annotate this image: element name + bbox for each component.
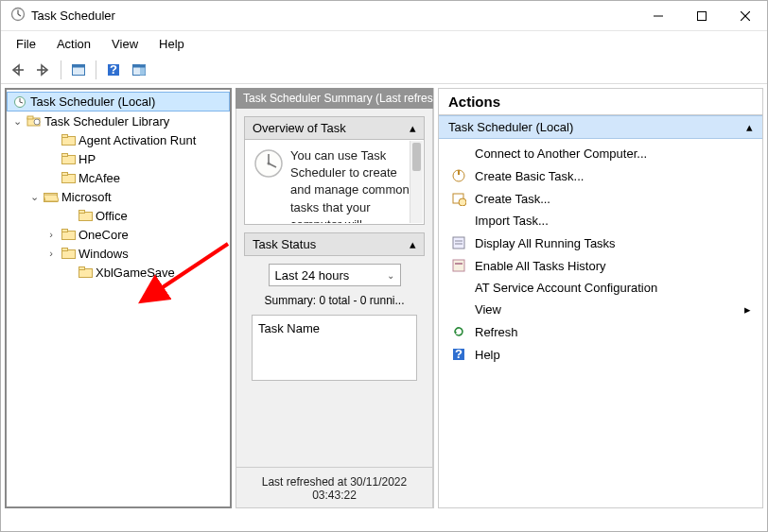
- minimize-button[interactable]: [637, 1, 680, 31]
- svg-point-25: [34, 119, 40, 125]
- close-button[interactable]: [724, 1, 767, 31]
- tree-root-label: Task Scheduler (Local): [30, 94, 155, 109]
- svg-rect-6: [698, 11, 707, 20]
- tree-library-node[interactable]: ⌄ Task Scheduler Library: [7, 112, 230, 130]
- tree-item[interactable]: McAfee: [7, 168, 230, 187]
- svg-rect-31: [61, 173, 67, 176]
- help-icon: ?: [450, 347, 467, 362]
- task-status-section: Task Status ▴ Last 24 hours ⌄ Summary: 0…: [244, 232, 425, 388]
- folder-icon: [61, 172, 76, 183]
- summary-panel: Task Scheduler Summary (Last refreshed O…: [236, 88, 434, 508]
- statusbar: [1, 512, 767, 531]
- scrollbar[interactable]: [410, 141, 423, 223]
- svg-rect-14: [73, 64, 85, 67]
- tree-item-label: Windows: [79, 247, 129, 261]
- summary-body: Overview of Task ▴ You can use Task Sche…: [236, 109, 433, 468]
- actions-title: Actions: [439, 89, 762, 115]
- tree-item-microsoft[interactable]: ⌄ Microsoft: [7, 187, 230, 206]
- expand-icon[interactable]: ›: [44, 248, 58, 259]
- menu-file[interactable]: File: [7, 34, 45, 54]
- app-icon: [10, 7, 26, 25]
- task-status-header[interactable]: Task Status ▴: [244, 232, 425, 256]
- folder-open-icon: [44, 191, 59, 202]
- menubar: File Action View Help: [1, 31, 767, 56]
- action-display-running[interactable]: Display All Running Tasks: [445, 232, 757, 254]
- svg-rect-54: [455, 263, 463, 265]
- tree-item-label: OneCore: [79, 228, 129, 242]
- svg-rect-29: [61, 154, 67, 157]
- expand-icon[interactable]: ›: [44, 229, 58, 240]
- folder-icon: [78, 266, 93, 278]
- chevron-down-icon: ⌄: [387, 270, 394, 281]
- action-import-task[interactable]: Import Task...: [445, 210, 757, 232]
- action-create-basic-task[interactable]: Create Basic Task...: [445, 164, 757, 187]
- window: Task Scheduler File Action View Help ? T…: [0, 0, 768, 532]
- action-enable-history[interactable]: Enable All Tasks History: [445, 254, 757, 277]
- overview-section: Overview of Task ▴ You can use Task Sche…: [244, 116, 425, 225]
- menu-view[interactable]: View: [102, 34, 148, 54]
- folder-icon: [61, 153, 76, 164]
- summary-header: Task Scheduler Summary (Last refreshed: [236, 88, 433, 109]
- tree-item-windows[interactable]: › Windows: [7, 244, 230, 263]
- action-at-config[interactable]: AT Service Account Configuration: [445, 277, 757, 299]
- collapse-icon[interactable]: ▴: [410, 237, 416, 251]
- history-icon: [450, 258, 467, 273]
- actions-context-header[interactable]: Task Scheduler (Local) ▴: [439, 115, 762, 139]
- action-view-submenu[interactable]: View▸: [445, 299, 757, 320]
- tree-library-label: Task Scheduler Library: [44, 114, 169, 129]
- overview-body: You can use Task Scheduler to create and…: [244, 140, 425, 225]
- taskname-list[interactable]: Task Name: [252, 315, 417, 381]
- show-hide-tree-button[interactable]: [67, 59, 90, 81]
- show-action-pane-button[interactable]: [128, 59, 150, 81]
- expand-icon[interactable]: ⌄: [27, 191, 41, 203]
- basic-task-icon: [450, 168, 467, 183]
- svg-rect-27: [61, 135, 67, 138]
- tree-item[interactable]: › OneCore: [7, 225, 230, 244]
- tree-item-label: McAfee: [79, 171, 120, 185]
- svg-rect-19: [133, 64, 146, 67]
- window-title: Task Scheduler: [26, 9, 637, 23]
- menu-help[interactable]: Help: [149, 34, 194, 54]
- tree-panel[interactable]: Task Scheduler (Local) ⌄ Task Scheduler …: [5, 88, 232, 508]
- tree-item-label: Office: [96, 209, 128, 223]
- action-create-task[interactable]: Create Task...: [445, 187, 757, 210]
- menu-action[interactable]: Action: [47, 34, 100, 54]
- action-help[interactable]: ?Help: [445, 343, 757, 366]
- clock-icon: [253, 147, 285, 216]
- help-button[interactable]: ?: [102, 59, 125, 81]
- expand-icon[interactable]: ⌄: [10, 115, 24, 128]
- svg-rect-50: [453, 237, 464, 249]
- actions-list: Connect to Another Computer... Create Ba…: [439, 139, 762, 369]
- tree-item[interactable]: Office: [7, 206, 230, 225]
- action-refresh[interactable]: Refresh: [445, 320, 757, 343]
- svg-rect-39: [61, 249, 67, 251]
- tree-item[interactable]: Agent Activation Runt: [7, 130, 230, 149]
- folder-icon: [61, 229, 76, 240]
- tree-item-label: Agent Activation Runt: [79, 133, 196, 147]
- forward-button[interactable]: [32, 59, 55, 81]
- toolbar-separator: [61, 60, 61, 79]
- overview-header[interactable]: Overview of Task ▴: [244, 116, 425, 140]
- tree-item-label: Microsoft: [61, 190, 112, 204]
- tree-item[interactable]: XblGameSave: [7, 263, 230, 282]
- toolbar: ?: [1, 56, 767, 84]
- action-connect[interactable]: Connect to Another Computer...: [445, 143, 757, 164]
- status-range-combo[interactable]: Last 24 hours ⌄: [269, 264, 401, 286]
- svg-rect-53: [453, 260, 464, 271]
- clock-icon: [13, 95, 26, 109]
- running-tasks-icon: [450, 235, 467, 250]
- collapse-icon[interactable]: ▴: [410, 121, 416, 135]
- back-button[interactable]: [7, 59, 29, 81]
- tree-item-label: HP: [79, 152, 96, 166]
- tree-item[interactable]: HP: [7, 149, 230, 168]
- tree-item-label: XblGameSave: [96, 266, 175, 280]
- svg-point-49: [459, 198, 466, 206]
- svg-rect-24: [27, 116, 33, 119]
- tree-root-node[interactable]: Task Scheduler (Local): [7, 92, 230, 112]
- toolbar-separator: [96, 60, 96, 79]
- svg-text:?: ?: [110, 62, 117, 77]
- maximize-button[interactable]: [680, 1, 724, 31]
- collapse-icon[interactable]: ▴: [746, 120, 753, 134]
- submenu-arrow-icon: ▸: [744, 302, 751, 317]
- folder-icon: [61, 134, 76, 146]
